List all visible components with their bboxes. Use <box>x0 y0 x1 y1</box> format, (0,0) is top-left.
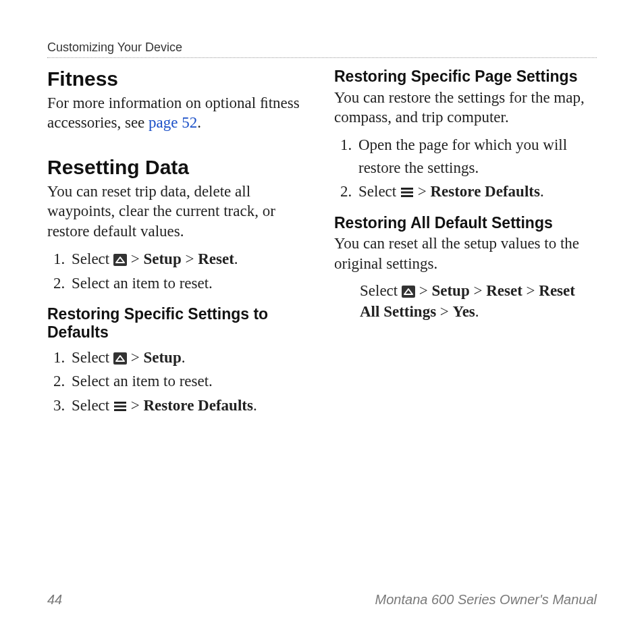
text: . <box>540 183 544 200</box>
list-item: Select an item to reset. <box>69 370 310 392</box>
up-arrow-icon <box>113 254 127 266</box>
text: Select <box>360 282 402 299</box>
menu-path-setup: Setup <box>431 282 469 299</box>
paragraph-fitness: For more information on optional ﬁtness … <box>47 93 310 133</box>
text: > <box>436 303 452 320</box>
right-column: Restoring Speciﬁc Page Settings You can … <box>334 63 597 423</box>
text: . <box>182 349 186 366</box>
heading-restore-specific-settings: Restoring Speciﬁc Settings to Defaults <box>47 305 310 342</box>
menu-path-yes: Yes <box>453 303 475 320</box>
steps-restore-page: Open the page for which you will restore… <box>334 134 597 203</box>
left-column: Fitness For more information on optional… <box>47 63 310 423</box>
list-item: Select an item to reset. <box>69 272 310 294</box>
text: . <box>234 250 238 267</box>
text: Select <box>358 183 400 200</box>
heading-restore-all-defaults: Restoring All Default Settings <box>334 214 597 233</box>
menu-path-reset: Reset <box>198 250 234 267</box>
text: > <box>415 282 431 299</box>
content-columns: Fitness For more information on optional… <box>47 63 597 423</box>
page-number: 44 <box>47 592 62 608</box>
up-arrow-icon <box>402 286 415 298</box>
manual-page: Customizing Your Device Fitness For more… <box>0 0 644 644</box>
menu-path-restore-defaults: Restore Defaults <box>430 183 539 200</box>
menu-path-reset: Reset <box>486 282 522 299</box>
link-page-52[interactable]: page 52 <box>149 114 197 131</box>
text: > <box>127 250 143 267</box>
menu-icon <box>113 400 127 412</box>
menu-icon <box>400 186 414 198</box>
menu-path-setup: Setup <box>143 349 181 366</box>
text: > <box>182 250 198 267</box>
text: . <box>475 303 479 320</box>
list-item: Select > Setup. <box>69 346 310 369</box>
up-arrow-icon <box>113 352 127 365</box>
text: > <box>470 282 486 299</box>
text: > <box>414 183 430 200</box>
heading-fitness: Fitness <box>47 68 310 90</box>
paragraph-restore-page: You can restore the settings for the map… <box>334 88 597 128</box>
page-footer: 44 Montana 600 Series Owner's Manual <box>47 592 597 608</box>
text: > <box>127 349 143 366</box>
paragraph-resetting: You can reset trip data, delete all wayp… <box>47 182 310 241</box>
manual-title: Montana 600 Series Owner's Manual <box>375 592 597 608</box>
menu-path-setup: Setup <box>143 250 181 267</box>
text: . <box>253 397 257 414</box>
list-item: Select > Setup > Reset. <box>69 248 310 270</box>
text: Select <box>72 349 113 366</box>
list-item: Select > Restore Defaults. <box>356 180 597 203</box>
menu-path-restore-defaults: Restore Defaults <box>143 397 252 414</box>
heading-restore-page-settings: Restoring Speciﬁc Page Settings <box>334 68 597 86</box>
text: Select <box>72 250 113 267</box>
text: Select <box>72 397 113 414</box>
list-item: Open the page for which you will restore… <box>356 134 597 179</box>
running-head: Customizing Your Device <box>47 41 597 58</box>
text: . <box>197 114 201 131</box>
text: > <box>522 282 539 299</box>
steps-restore-specific: Select > Setup. Select an item to reset.… <box>47 346 310 417</box>
paragraph-restore-all: You can reset all the setup values to th… <box>334 234 597 273</box>
text: > <box>127 397 143 414</box>
steps-resetting: Select > Setup > Reset. Select an item t… <box>47 248 310 294</box>
instruction-restore-all: Select > Setup > Reset > Reset All Setti… <box>360 280 597 322</box>
list-item: Select > Restore Defaults. <box>69 394 310 417</box>
heading-resetting-data: Resetting Data <box>47 156 310 179</box>
